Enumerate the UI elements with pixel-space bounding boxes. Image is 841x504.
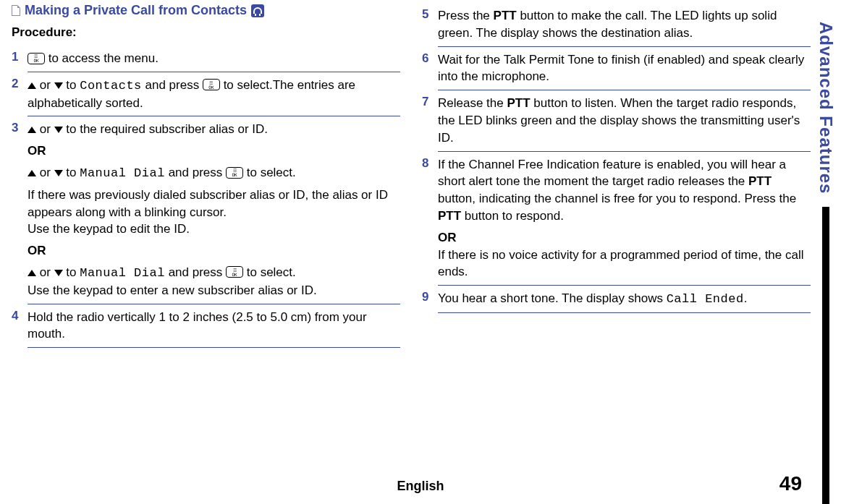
arrow-up-icon [28, 127, 36, 133]
or-label: OR [438, 231, 457, 244]
step-number: 1 [12, 50, 28, 64]
step-body: Press the PTT button to make the call. T… [438, 7, 811, 42]
ptt-label: PTT [507, 96, 530, 110]
section-title: Making a Private Call from Contacts [12, 3, 400, 18]
step-8: 8 If the Channel Free Indication feature… [422, 152, 811, 286]
arrow-up-icon [28, 270, 36, 276]
step-number: 9 [422, 290, 438, 304]
step-number: 8 [422, 156, 438, 171]
step-3: 3 or to the required subscriber alias or… [12, 116, 400, 303]
arrow-up-icon [28, 170, 36, 176]
step3-note3: Use the keypad to enter a new subscriber… [28, 282, 400, 299]
or-label: OR [28, 144, 46, 158]
ptt-label: PTT [748, 174, 772, 188]
step8-tail: If there is no voice activity for a prog… [438, 247, 811, 281]
call-ended-label: Call Ended [667, 292, 744, 306]
ok-key-icon [226, 266, 243, 278]
step-number: 6 [422, 51, 438, 66]
or-label: OR [28, 244, 46, 257]
arrow-down-icon [54, 127, 63, 133]
step-number: 2 [12, 77, 28, 91]
manual-dial-label: Manual Dial [80, 266, 165, 280]
step-5: 5 Press the PTT button to make the call.… [422, 3, 811, 46]
step-body: If the Channel Free Indication feature i… [438, 156, 811, 281]
manual-dial-label: Manual Dial [80, 166, 165, 180]
step-7: 7 Release the PTT button to listen. When… [422, 90, 811, 150]
contacts-label: Contacts [80, 79, 142, 93]
step-number: 5 [422, 7, 438, 22]
step3-note2: Use the keypad to edit the ID. [28, 221, 400, 238]
ok-key-icon [226, 167, 243, 179]
step-6: 6 Wait for the Talk Permit Tone to finis… [422, 47, 811, 90]
arrow-down-icon [54, 170, 63, 176]
step-body: to access the menu. [28, 50, 400, 67]
step-number: 4 [12, 309, 28, 323]
side-section-label: Advanced Features [816, 22, 836, 194]
step-number: 7 [422, 95, 438, 109]
arrow-down-icon [54, 270, 63, 276]
step-body: Release the PTT button to listen. When t… [438, 95, 811, 146]
procedure-label: Procedure: [12, 25, 400, 40]
title-text: Making a Private Call from Contacts [25, 3, 247, 18]
step-divider [438, 312, 811, 313]
ok-key-icon [28, 53, 45, 64]
step-body: or to the required subscriber alias or I… [28, 121, 400, 299]
step-1: 1 to access the menu. [12, 46, 400, 72]
step-body: You hear a short tone. The display shows… [438, 290, 811, 308]
ok-key-icon [203, 79, 220, 90]
arrow-down-icon [54, 82, 63, 89]
document-icon [12, 5, 20, 16]
language-label: English [397, 479, 444, 494]
step-divider [28, 347, 400, 348]
step-4: 4 Hold the radio vertically 1 to 2 inche… [12, 304, 400, 348]
step-9: 9 You hear a short tone. The display sho… [422, 286, 811, 312]
step3-note1: If there was previously dialed subscribe… [28, 187, 400, 221]
arrow-up-icon [28, 82, 36, 89]
side-tab: Advanced Features [811, 0, 841, 504]
headset-icon [251, 4, 264, 17]
step-2: 2 or to Contacts and press to select.The… [12, 72, 400, 116]
step-body: Wait for the Talk Permit Tone to finish … [438, 51, 811, 86]
step-body: Hold the radio vertically 1 to 2 inches … [28, 309, 400, 343]
step-body: or to Contacts and press to select.The e… [28, 77, 400, 112]
page-number: 49 [779, 472, 802, 495]
ptt-label: PTT [494, 9, 517, 22]
side-black-bar [822, 207, 829, 504]
step-number: 3 [12, 121, 28, 135]
ptt-label: PTT [438, 209, 461, 223]
